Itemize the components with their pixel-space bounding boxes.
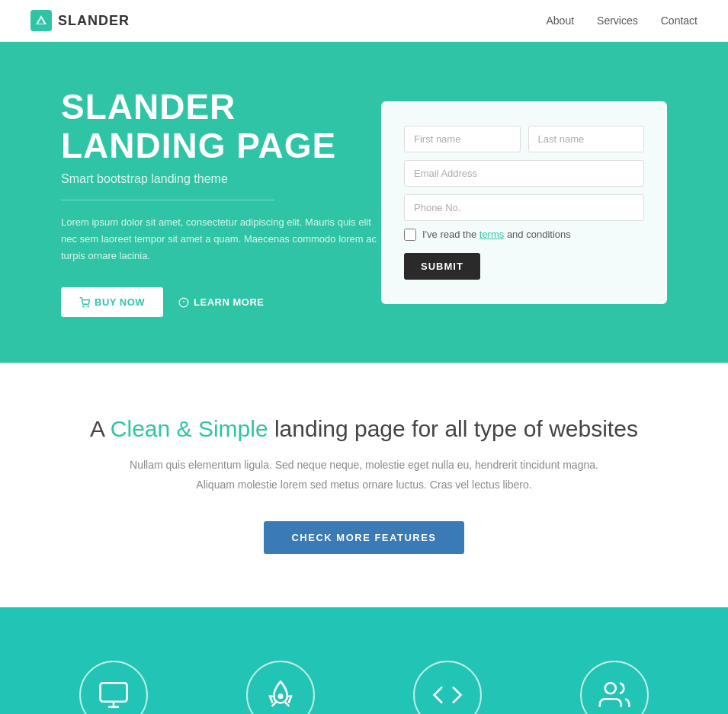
- middle-title: A Clean & Simple landing page for all ty…: [30, 416, 698, 442]
- name-row: [404, 126, 644, 152]
- email-input[interactable]: [404, 160, 644, 187]
- svg-point-3: [88, 306, 88, 307]
- hero-buttons: BUY NOW LEARN MORE: [61, 287, 381, 317]
- signup-form: I've read the terms and conditions SUBMI…: [381, 101, 667, 304]
- rocket-icon-wrap: [246, 661, 315, 714]
- feature-launch: Quick Launch Sed dolor nisl, blandit nec…: [204, 661, 357, 714]
- middle-section: A Clean & Simple landing page for all ty…: [0, 363, 728, 607]
- logo-area: SLANDER: [30, 10, 130, 31]
- hero-content: SLANDER LANDING PAGE Smart bootstrap lan…: [61, 88, 381, 317]
- logo-icon: [30, 10, 52, 31]
- rocket-icon: [265, 679, 297, 711]
- users-icon-wrap: [580, 661, 649, 714]
- header: SLANDER About Services Contact: [0, 0, 728, 42]
- buy-now-button[interactable]: BUY NOW: [61, 287, 163, 317]
- hero-title: SLANDER LANDING PAGE: [61, 88, 381, 165]
- feature-coded: Clean Coded Sed dolor nisl, blandit nec …: [371, 661, 524, 714]
- phone-input[interactable]: [404, 194, 644, 221]
- nav-about[interactable]: About: [546, 14, 574, 27]
- svg-point-2: [83, 306, 84, 307]
- email-row: [404, 160, 644, 187]
- hero-section: SLANDER LANDING PAGE Smart bootstrap lan…: [0, 42, 728, 363]
- users-icon: [598, 679, 630, 711]
- features-section: Responsive Design Sed dolor nisl, blandi…: [0, 607, 728, 714]
- logo-text: SLANDER: [58, 13, 130, 29]
- phone-row: [404, 194, 644, 221]
- code-icon: [431, 679, 463, 711]
- responsive-icon-wrap: [79, 661, 148, 714]
- terms-check: I've read the terms and conditions: [404, 229, 644, 241]
- svg-point-10: [278, 693, 284, 699]
- middle-body: Nullam quis elementum ligula. Sed neque …: [30, 456, 698, 494]
- monitor-icon: [98, 679, 130, 711]
- terms-link[interactable]: terms: [479, 229, 505, 240]
- feature-clients: Clients Loving Sed dolor nisl, blandit n…: [538, 661, 691, 714]
- submit-button[interactable]: SUBMIT: [404, 253, 480, 280]
- svg-rect-7: [101, 683, 127, 702]
- svg-point-11: [605, 683, 615, 693]
- main-nav: About Services Contact: [546, 14, 698, 27]
- hero-subtitle: Smart bootstrap landing theme: [61, 172, 381, 186]
- learn-more-button[interactable]: LEARN MORE: [178, 296, 264, 308]
- check-features-button[interactable]: CHECK MORE FEATURES: [264, 521, 463, 554]
- hero-divider: [61, 200, 274, 200]
- terms-checkbox[interactable]: [404, 229, 416, 241]
- last-name-input[interactable]: [528, 126, 645, 152]
- nav-services[interactable]: Services: [597, 14, 638, 27]
- code-icon-wrap: [413, 661, 482, 714]
- nav-contact[interactable]: Contact: [661, 14, 698, 27]
- first-name-input[interactable]: [404, 126, 521, 152]
- feature-responsive: Responsive Design Sed dolor nisl, blandi…: [37, 661, 190, 714]
- hero-body: Lorem ipsum dolor sit amet, consectetur …: [61, 214, 381, 264]
